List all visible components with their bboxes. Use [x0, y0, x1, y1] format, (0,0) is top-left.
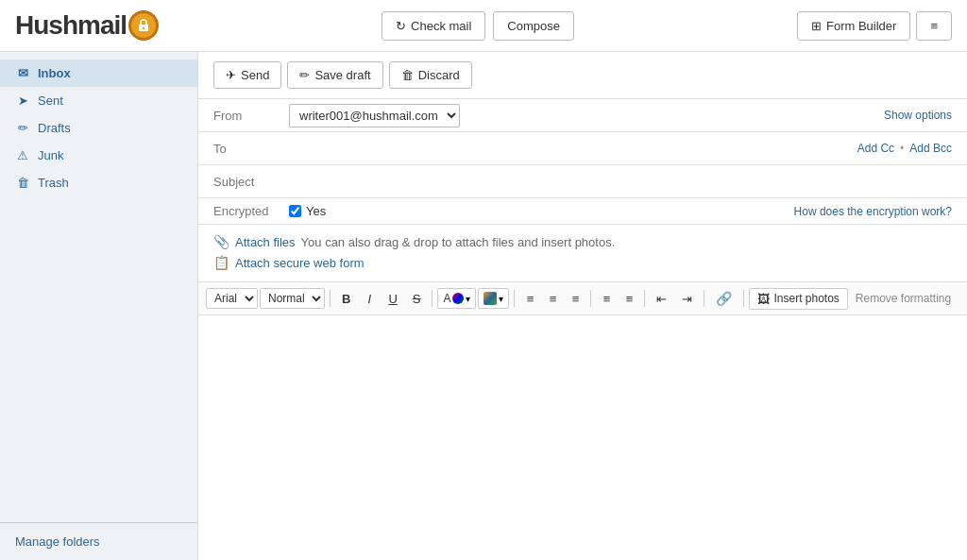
subject-field: Subject: [198, 165, 967, 198]
hamburger-icon: ≡: [930, 19, 938, 33]
svg-point-1: [143, 27, 144, 29]
encryption-help-link[interactable]: How does the encryption work?: [794, 205, 952, 218]
toolbar-sep-2: [432, 290, 433, 307]
toolbar-sep-7: [743, 290, 744, 307]
manage-folders-button[interactable]: Manage folders: [0, 522, 197, 560]
ordered-list-button[interactable]: ≡: [619, 288, 639, 310]
add-bcc-link[interactable]: Add Bcc: [909, 142, 952, 155]
logo-text: Hushmail: [15, 10, 127, 41]
action-bar: ✈ Send ✏ Save draft 🗑 Discard: [198, 52, 967, 99]
junk-icon: ⚠: [15, 148, 30, 162]
to-label: To: [213, 142, 289, 156]
font-color-dropdown-icon: ▾: [466, 294, 470, 304]
photo-icon: 🖼: [757, 292, 770, 306]
discard-button[interactable]: 🗑 Discard: [389, 61, 472, 89]
refresh-icon: ↻: [396, 19, 406, 33]
sidebar-nav: ✉ Inbox ➤ Sent ✏ Drafts ⚠ Junk 🗑 Trash: [0, 59, 197, 522]
strikethrough-button[interactable]: S: [406, 288, 428, 310]
encrypted-field: Encrypted Yes How does the encryption wo…: [198, 198, 967, 225]
insert-link-button[interactable]: 🔗: [709, 287, 738, 310]
align-right-button[interactable]: ≡: [565, 288, 585, 310]
lock-icon: [136, 18, 151, 33]
attachments-area: 📎 Attach files You can also drag & drop …: [198, 225, 967, 282]
discard-icon: 🗑: [401, 68, 414, 82]
cc-bcc-sep: •: [900, 142, 904, 155]
remove-formatting-button[interactable]: Remove formatting: [856, 292, 951, 305]
main-layout: ✉ Inbox ➤ Sent ✏ Drafts ⚠ Junk 🗑 Trash M…: [0, 52, 967, 560]
encrypted-checkbox[interactable]: [289, 205, 301, 217]
subject-input[interactable]: [289, 169, 952, 195]
sidebar-item-trash[interactable]: 🗑 Trash: [0, 169, 197, 196]
trash-icon: 🗑: [15, 176, 30, 190]
highlight-color-button[interactable]: ▾: [478, 288, 509, 309]
drafts-icon: ✏: [15, 121, 30, 135]
to-input[interactable]: [289, 136, 857, 161]
sidebar-item-drafts[interactable]: ✏ Drafts: [0, 114, 197, 142]
insert-photos-button[interactable]: 🖼 Insert photos: [749, 288, 847, 310]
font-color-button[interactable]: A ▾: [437, 288, 476, 309]
add-cc-link[interactable]: Add Cc: [857, 142, 894, 155]
toolbar-sep-3: [514, 290, 515, 307]
form-builder-button[interactable]: ⊞ Form Builder: [797, 11, 910, 41]
encrypted-yes: Yes: [306, 204, 326, 218]
sidebar-item-junk[interactable]: ⚠ Junk: [0, 142, 197, 169]
content-area: ✈ Send ✏ Save draft 🗑 Discard From write…: [198, 52, 967, 560]
logo-area: Hushmail: [15, 10, 159, 41]
show-options-link[interactable]: Show options: [884, 109, 952, 122]
from-field: From writer001@hushmail.com Show options: [198, 99, 967, 132]
to-actions: Add Cc • Add Bcc: [857, 142, 952, 155]
compose-button[interactable]: Compose: [493, 11, 574, 41]
save-draft-icon: ✏: [299, 68, 310, 82]
sidebar-label-inbox: Inbox: [38, 66, 71, 80]
from-select[interactable]: writer001@hushmail.com: [289, 104, 460, 127]
editor-body[interactable]: [198, 315, 967, 560]
sidebar-label-drafts: Drafts: [38, 121, 71, 135]
underline-button[interactable]: U: [382, 288, 403, 310]
attach-hint: You can also drag & drop to attach files…: [301, 235, 616, 249]
font-size-select[interactable]: Normal: [260, 288, 325, 309]
font-family-select[interactable]: Arial: [206, 288, 258, 309]
outdent-button[interactable]: ⇤: [650, 288, 673, 310]
header-right: ⊞ Form Builder ≡: [797, 11, 952, 41]
font-color-swatch: [452, 293, 464, 304]
bold-button[interactable]: B: [335, 288, 357, 310]
to-field: To Add Cc • Add Bcc: [198, 132, 967, 165]
align-left-button[interactable]: ≡: [519, 288, 540, 310]
inbox-icon: ✉: [15, 66, 30, 80]
sidebar-label-sent: Sent: [38, 93, 63, 108]
toolbar-sep-5: [644, 290, 645, 307]
from-actions: Show options: [884, 109, 952, 122]
save-draft-button[interactable]: ✏ Save draft: [287, 61, 382, 89]
align-center-button[interactable]: ≡: [542, 288, 563, 310]
toolbar-sep-6: [704, 290, 704, 307]
compose-form: From writer001@hushmail.com Show options…: [198, 99, 967, 560]
highlight-color-swatch: [484, 292, 497, 305]
font-color-label: A: [443, 292, 450, 305]
logo-icon: [128, 10, 159, 41]
form-icon: 📋: [213, 255, 229, 270]
from-label: From: [213, 109, 289, 123]
sent-icon: ➤: [15, 93, 30, 108]
header-center: ↻ Check mail Compose: [382, 11, 574, 41]
sidebar-item-sent[interactable]: ➤ Sent: [0, 87, 197, 114]
send-button[interactable]: ✈ Send: [213, 61, 281, 89]
indent-button[interactable]: ⇥: [675, 288, 699, 310]
check-mail-button[interactable]: ↻ Check mail: [382, 11, 485, 41]
send-icon: ✈: [226, 68, 236, 82]
sidebar-label-trash: Trash: [38, 176, 69, 190]
sidebar-item-inbox[interactable]: ✉ Inbox: [0, 59, 197, 87]
attach-files-link[interactable]: Attach files: [235, 235, 296, 249]
highlight-dropdown-icon: ▾: [499, 294, 503, 304]
toolbar-sep-1: [330, 290, 331, 307]
sidebar: ✉ Inbox ➤ Sent ✏ Drafts ⚠ Junk 🗑 Trash M…: [0, 52, 198, 560]
editor-toolbar: Arial Normal B I U S: [198, 282, 967, 315]
attach-files-row: 📎 Attach files You can also drag & drop …: [213, 234, 952, 249]
attach-form-link[interactable]: Attach secure web form: [235, 256, 365, 270]
logo-hush: Hush: [15, 10, 77, 40]
menu-button[interactable]: ≡: [916, 11, 952, 41]
italic-button[interactable]: I: [359, 288, 380, 310]
unordered-list-button[interactable]: ≡: [596, 288, 617, 310]
subject-label: Subject: [213, 175, 289, 189]
top-header: Hushmail ↻ Check mail Compose ⊞ Form Bui…: [0, 0, 967, 52]
sidebar-label-junk: Junk: [38, 148, 63, 162]
